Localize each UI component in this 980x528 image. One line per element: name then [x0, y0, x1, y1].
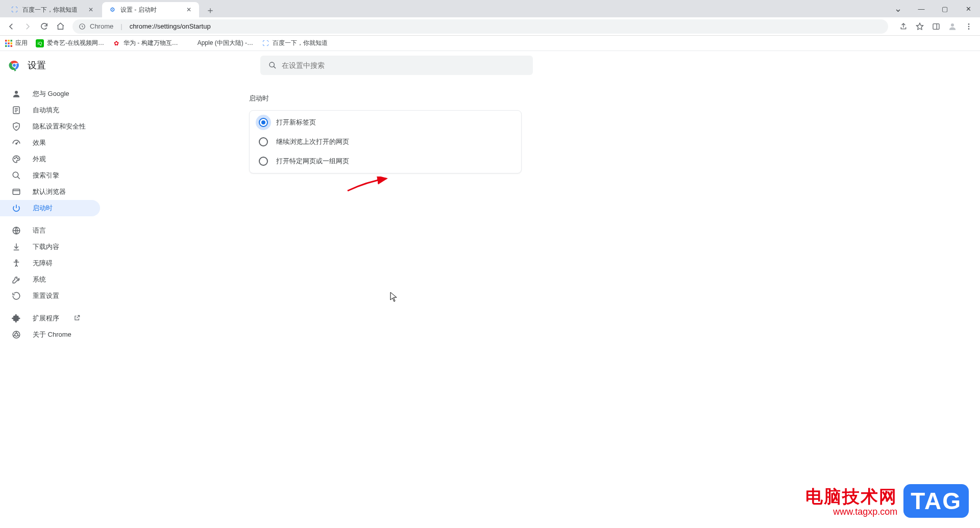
- palette-icon: [11, 154, 21, 164]
- tab-baidu[interactable]: ⛶ 百度一下，你就知道 ✕: [4, 2, 101, 17]
- tab-title: 百度一下，你就知道: [22, 6, 83, 14]
- radio-label: 打开新标签页: [276, 118, 316, 127]
- nav-label: 隐私设置和安全性: [33, 122, 86, 131]
- sidepanel-icon[interactable]: [929, 19, 943, 34]
- new-tab-button[interactable]: ＋: [203, 3, 217, 17]
- power-icon: [11, 203, 21, 213]
- lock-icon: [79, 23, 86, 30]
- svg-point-18: [270, 62, 274, 67]
- bookmark-baidu[interactable]: ⛶ 百度一下，你就知道: [261, 39, 328, 47]
- bookmark-apple[interactable]: Apple (中国大陆) -…: [186, 39, 253, 47]
- svg-point-21: [16, 143, 17, 144]
- settings-search-input[interactable]: [282, 61, 525, 69]
- apps-grid-icon: [5, 40, 12, 47]
- radio-specific-pages[interactable]: 打开特定网页或一组网页: [250, 152, 521, 171]
- browser-toolbar: Chrome | chrome://settings/onStartup: [0, 17, 980, 36]
- nav-extensions[interactable]: 扩展程序: [0, 310, 100, 326]
- nav-on-startup[interactable]: 启动时: [0, 200, 100, 216]
- chrome-logo-icon: [8, 59, 20, 71]
- forward-button[interactable]: [20, 19, 35, 34]
- bookmark-star-icon[interactable]: [913, 19, 927, 34]
- window-controls: ⌄ — ▢ ✕: [886, 0, 980, 17]
- bookmark-huawei[interactable]: ✿ 华为 - 构建万物互…: [112, 39, 178, 47]
- reload-button[interactable]: [37, 19, 51, 34]
- nav-label: 重置设置: [33, 291, 59, 300]
- nav-you-and-google[interactable]: 您与 Google: [0, 86, 100, 102]
- nav-label: 效果: [33, 138, 46, 147]
- svg-point-22: [14, 158, 15, 159]
- nav-default-browser[interactable]: 默认浏览器: [0, 184, 100, 200]
- shield-icon: [11, 121, 21, 132]
- share-icon[interactable]: [896, 19, 911, 34]
- svg-point-28: [16, 260, 17, 261]
- close-window-button[interactable]: ✕: [957, 1, 980, 16]
- nav-languages[interactable]: 语言: [0, 222, 100, 239]
- titlebar: ⛶ 百度一下，你就知道 ✕ ⚙ 设置 - 启动时 ✕ ＋ ⌄ — ▢ ✕: [0, 0, 980, 17]
- bookmark-label: 百度一下，你就知道: [273, 39, 328, 47]
- nav-system[interactable]: 系统: [0, 271, 100, 288]
- svg-rect-9: [5, 42, 7, 44]
- svg-rect-1: [933, 23, 939, 29]
- tab-settings[interactable]: ⚙ 设置 - 启动时 ✕: [102, 2, 199, 17]
- settings-main: 启动时 打开新标签页 继续浏览上次打开的网页 打开特定网页或一组网页: [131, 80, 980, 528]
- iqiyi-icon: iQ: [36, 39, 44, 47]
- nav-downloads[interactable]: 下载内容: [0, 239, 100, 255]
- settings-page: 设置 您与 Google 自动填充 隐私设置和安全性: [0, 51, 980, 528]
- nav-label: 外观: [33, 155, 46, 164]
- radio-open-newtab[interactable]: 打开新标签页: [250, 113, 521, 132]
- profile-icon[interactable]: [945, 19, 960, 34]
- autofill-icon: [11, 105, 21, 115]
- search-icon: [268, 61, 277, 69]
- person-icon: [11, 89, 21, 99]
- bookmarks-bar: 应用 iQ 爱奇艺-在线视频网… ✿ 华为 - 构建万物互… Apple (中国…: [0, 36, 980, 51]
- bookmark-label: 爱奇艺-在线视频网…: [47, 39, 104, 47]
- close-icon[interactable]: ✕: [185, 6, 193, 14]
- svg-point-2: [951, 23, 954, 27]
- apps-shortcut[interactable]: 应用: [5, 39, 28, 47]
- svg-rect-6: [5, 40, 7, 42]
- address-bar[interactable]: Chrome | chrome://settings/onStartup: [72, 19, 888, 34]
- kebab-menu-icon[interactable]: [962, 19, 976, 34]
- nav-about-chrome[interactable]: 关于 Chrome: [0, 326, 100, 343]
- nav-label: 下载内容: [33, 242, 59, 252]
- svg-point-19: [15, 91, 18, 94]
- settings-search[interactable]: [260, 56, 533, 75]
- settings-header: 设置: [0, 51, 980, 80]
- radio-icon: [259, 157, 268, 166]
- annotation-arrow-icon: [347, 177, 393, 193]
- radio-icon: [259, 118, 268, 127]
- nav-performance[interactable]: 效果: [0, 135, 100, 151]
- bookmark-iqiyi[interactable]: iQ 爱奇艺-在线视频网…: [36, 39, 104, 47]
- close-icon[interactable]: ✕: [87, 6, 95, 14]
- external-link-icon: [74, 314, 81, 323]
- nav-appearance[interactable]: 外观: [0, 151, 100, 167]
- svg-point-4: [968, 26, 970, 27]
- startup-options-card: 打开新标签页 继续浏览上次打开的网页 打开特定网页或一组网页: [249, 110, 522, 173]
- svg-rect-7: [8, 40, 10, 42]
- watermark: 电脑技术网 www.tagxp.com TAG: [805, 484, 969, 518]
- home-button[interactable]: [53, 19, 67, 34]
- globe-icon: [11, 225, 21, 236]
- maximize-button[interactable]: ▢: [933, 1, 957, 16]
- bookmark-label: 华为 - 构建万物互…: [124, 39, 178, 47]
- speed-icon: [11, 138, 21, 148]
- svg-rect-26: [13, 189, 20, 195]
- minimize-button[interactable]: —: [910, 1, 933, 16]
- svg-point-24: [17, 158, 18, 159]
- mouse-cursor-icon: [390, 292, 397, 302]
- settings-title: 设置: [28, 59, 46, 71]
- nav-autofill[interactable]: 自动填充: [0, 102, 100, 118]
- radio-continue-last[interactable]: 继续浏览上次打开的网页: [250, 132, 521, 152]
- nav-search-engine[interactable]: 搜索引擎: [0, 167, 100, 184]
- nav-accessibility[interactable]: 无障碍: [0, 255, 100, 271]
- nav-privacy[interactable]: 隐私设置和安全性: [0, 118, 100, 135]
- back-button[interactable]: [4, 19, 18, 34]
- svg-rect-13: [8, 45, 10, 47]
- dropdown-icon[interactable]: ⌄: [886, 1, 910, 16]
- svg-point-30: [15, 333, 18, 336]
- url-path: chrome://settings/onStartup: [130, 22, 211, 30]
- radio-icon: [259, 137, 268, 146]
- nav-reset[interactable]: 重置设置: [0, 288, 100, 304]
- accessibility-icon: [11, 258, 21, 268]
- browser-icon: [11, 187, 21, 197]
